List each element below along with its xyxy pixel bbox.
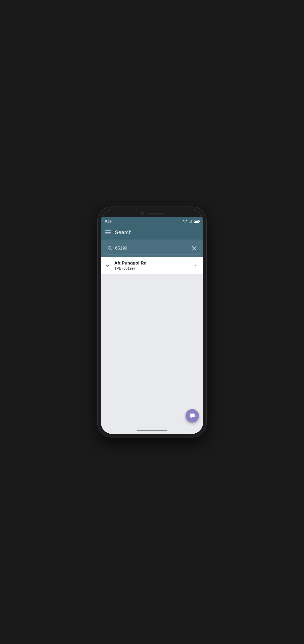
list-item[interactable]: Aft Punggol Rd TPE (65199) — [101, 257, 203, 274]
notch-bar — [101, 210, 203, 217]
status-bar: 9:29 — [101, 217, 203, 225]
menu-icon[interactable] — [105, 230, 111, 234]
svg-rect-2 — [191, 220, 191, 223]
speaker-notch — [148, 213, 163, 214]
chat-fab-button[interactable] — [186, 409, 199, 423]
content-area: Aft Punggol Rd TPE (65199) — [101, 257, 203, 428]
svg-point-10 — [195, 267, 196, 268]
svg-rect-0 — [189, 222, 189, 223]
home-indicator — [137, 430, 167, 431]
battery-icon — [194, 220, 199, 223]
phone-screen: 9:29 — [101, 210, 203, 434]
svg-rect-11 — [190, 414, 195, 417]
result-info: Aft Punggol Rd TPE (65199) — [114, 261, 188, 270]
result-sub: TPE (65199) — [114, 266, 188, 270]
camera-notch — [141, 212, 144, 215]
phone-frame: 9:29 — [98, 207, 206, 437]
chat-icon — [189, 413, 195, 419]
signal-icon — [189, 220, 192, 223]
search-bar[interactable]: 65199 — [104, 242, 200, 254]
svg-point-9 — [195, 265, 196, 266]
svg-rect-1 — [190, 221, 190, 223]
result-name: Aft Punggol Rd — [114, 261, 188, 266]
svg-rect-3 — [192, 220, 192, 223]
svg-line-5 — [111, 249, 112, 250]
status-time: 9:29 — [105, 219, 111, 223]
app-title: Search — [115, 229, 132, 235]
chevron-down-icon[interactable] — [105, 263, 111, 268]
search-icon — [107, 246, 113, 251]
clear-icon[interactable] — [192, 246, 197, 251]
wifi-icon — [183, 220, 187, 223]
search-input[interactable]: 65199 — [115, 246, 189, 251]
app-bar: Search — [101, 225, 203, 240]
svg-marker-12 — [191, 417, 192, 418]
more-options-icon[interactable] — [191, 262, 199, 269]
svg-point-8 — [195, 263, 196, 265]
status-icons — [183, 220, 199, 223]
search-bar-container: 65199 — [101, 240, 203, 257]
home-bar — [101, 428, 203, 434]
